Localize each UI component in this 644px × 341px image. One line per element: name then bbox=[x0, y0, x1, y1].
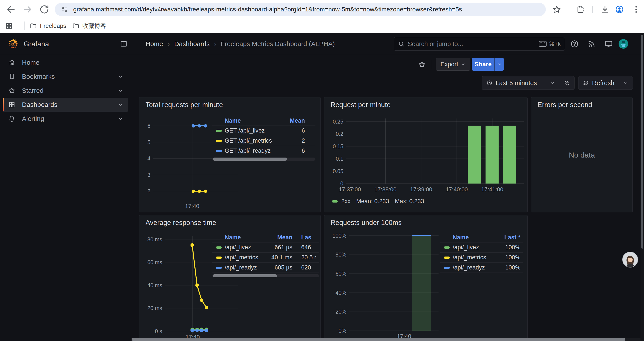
legend-column-header[interactable]: Mean bbox=[285, 117, 305, 124]
bookmark-folder-blogs[interactable]: 收藏博客 bbox=[72, 19, 106, 33]
legend-column-header[interactable]: Name bbox=[225, 234, 268, 241]
series-name[interactable]: /api/_readyz bbox=[225, 264, 268, 271]
back-icon[interactable] bbox=[6, 5, 16, 14]
horizontal-scrollbar[interactable] bbox=[131, 338, 640, 341]
legend-column-header[interactable]: Las bbox=[301, 234, 318, 241]
legend-scrollbar[interactable] bbox=[212, 158, 316, 161]
url-text[interactable]: grafana.mathmast.com/d/deytv4rwavabkb/fr… bbox=[73, 6, 462, 13]
legend-line[interactable]: 2xxMean: 0.233Max: 0.233 bbox=[332, 198, 424, 205]
sidebar-toggle-icon[interactable] bbox=[120, 40, 128, 48]
sidebar-item-starred[interactable]: Starred bbox=[3, 84, 128, 98]
legend-value: 2 bbox=[285, 137, 305, 144]
dashboards-icon bbox=[8, 101, 15, 108]
svg-text:17:39:00: 17:39:00 bbox=[410, 186, 432, 192]
legend-row[interactable]: GET /api/_readyz6 bbox=[212, 146, 316, 156]
series-name[interactable]: /api/_readyz bbox=[453, 264, 490, 271]
svg-text:5: 5 bbox=[148, 139, 150, 145]
legend-scrollbar-thumb[interactable] bbox=[213, 158, 287, 161]
share-button[interactable]: Share bbox=[472, 58, 494, 71]
profile-icon[interactable] bbox=[615, 5, 624, 14]
time-range-button[interactable]: Last 5 minutes bbox=[482, 76, 559, 90]
breadcrumb-home[interactable]: Home bbox=[146, 40, 163, 48]
brand-name[interactable]: Grafana bbox=[24, 40, 49, 48]
reload-icon[interactable] bbox=[40, 5, 49, 14]
clock-icon bbox=[486, 80, 492, 86]
export-button[interactable]: Export bbox=[436, 58, 470, 71]
apps-grid-icon[interactable] bbox=[5, 22, 13, 30]
legend-row[interactable]: /api/_metrics40.1 ms20.5 r bbox=[212, 253, 319, 263]
svg-text:6: 6 bbox=[148, 123, 150, 129]
rss-icon[interactable] bbox=[588, 40, 596, 48]
legend-column-header[interactable]: Name bbox=[225, 117, 285, 124]
breadcrumb-dashboards[interactable]: Dashboards bbox=[174, 40, 210, 48]
help-icon[interactable] bbox=[570, 40, 579, 48]
favorite-star-icon[interactable] bbox=[418, 61, 426, 68]
series-name[interactable]: GET /api/_metrics bbox=[225, 137, 285, 144]
browser-toolbar: grafana.mathmast.com/d/deytv4rwavabkb/fr… bbox=[0, 0, 644, 19]
sidebar-item-alerting[interactable]: Alerting bbox=[3, 112, 128, 126]
series-name[interactable]: /api/_metrics bbox=[453, 254, 490, 261]
bookmark-star-icon[interactable] bbox=[552, 5, 561, 14]
series-name[interactable]: /api/_livez bbox=[225, 244, 268, 251]
svg-text:0.15: 0.15 bbox=[333, 143, 343, 149]
share-dropdown-button[interactable] bbox=[495, 58, 504, 71]
refresh-interval-button[interactable] bbox=[619, 76, 632, 90]
legend-column-header[interactable]: Name bbox=[453, 234, 490, 241]
horizontal-scrollbar-thumb[interactable] bbox=[132, 338, 625, 341]
grafana-logo-icon[interactable] bbox=[8, 38, 19, 50]
legend-header-row: NameMean bbox=[212, 116, 316, 126]
chevron-down-icon[interactable] bbox=[118, 102, 124, 108]
keyboard-icon bbox=[539, 41, 547, 47]
bookmarks-divider bbox=[24, 22, 24, 30]
legend-row[interactable]: /api/_livez100% bbox=[440, 242, 523, 253]
legend-row[interactable]: GET /api/_metrics2 bbox=[212, 136, 316, 146]
panel-total-requests-per-minute: Total requests per minute 6543217:40 Nam… bbox=[139, 97, 321, 212]
floating-avatar[interactable] bbox=[622, 252, 638, 267]
vertical-scrollbar-thumb[interactable] bbox=[641, 35, 643, 249]
svg-text:17:37:00: 17:37:00 bbox=[339, 186, 361, 192]
forward-icon[interactable] bbox=[23, 5, 32, 14]
chevron-down-icon[interactable] bbox=[118, 88, 124, 94]
user-avatar[interactable] bbox=[618, 39, 628, 49]
address-bar[interactable]: grafana.mathmast.com/d/deytv4rwavabkb/fr… bbox=[55, 3, 546, 16]
legend-row[interactable]: GET /api/_livez6 bbox=[212, 126, 316, 136]
vertical-scrollbar[interactable] bbox=[640, 33, 644, 341]
legend-row[interactable]: /api/_livez661 µs646 bbox=[212, 242, 319, 253]
series-name[interactable]: 2xx bbox=[341, 198, 350, 205]
search-input[interactable] bbox=[408, 40, 539, 48]
sidebar-item-home[interactable]: Home bbox=[3, 56, 128, 70]
extensions-icon[interactable] bbox=[576, 5, 585, 14]
panel-title[interactable]: Errors per second bbox=[538, 101, 592, 109]
series-name[interactable]: /api/_livez bbox=[453, 244, 490, 251]
downloads-icon[interactable] bbox=[600, 5, 609, 14]
chevron-down-icon[interactable] bbox=[118, 74, 124, 80]
chevron-down-icon[interactable] bbox=[118, 116, 124, 122]
sidebar-item-dashboards[interactable]: Dashboards bbox=[3, 98, 128, 112]
bookmark-folder-label: Freeleaps bbox=[40, 23, 66, 30]
legend-scrollbar-thumb[interactable] bbox=[213, 274, 277, 277]
legend-table: NameMeanGET /api/_livez6GET /api/_metric… bbox=[212, 116, 316, 161]
search-box[interactable]: ⌘+k bbox=[394, 37, 565, 51]
monitor-icon[interactable] bbox=[604, 40, 613, 48]
legend-row[interactable]: /api/_metrics100% bbox=[440, 253, 523, 263]
bookmark-folder-freeleaps[interactable]: Freeleaps bbox=[30, 19, 66, 33]
menu-dots-icon[interactable] bbox=[632, 5, 640, 14]
series-color-pill bbox=[332, 200, 338, 203]
zoom-out-button[interactable] bbox=[559, 76, 574, 90]
legend-row[interactable]: /api/_readyz100% bbox=[440, 263, 523, 273]
sidebar-item-bookmarks[interactable]: Bookmarks bbox=[3, 70, 128, 84]
legend-header-row: NameLast * bbox=[440, 233, 523, 242]
series-name[interactable]: GET /api/_livez bbox=[225, 127, 285, 134]
legend-row[interactable]: /api/_readyz605 µs620 bbox=[212, 263, 319, 273]
refresh-button[interactable]: Refresh bbox=[578, 76, 619, 90]
legend-column-header[interactable]: Mean bbox=[268, 234, 292, 241]
svg-text:0: 0 bbox=[340, 180, 344, 187]
time-range-label: Last 5 minutes bbox=[496, 80, 537, 87]
legend-value: 40.1 ms bbox=[268, 254, 292, 261]
series-color-pill bbox=[216, 267, 222, 269]
legend-column-header[interactable]: Last * bbox=[490, 234, 520, 241]
series-name[interactable]: GET /api/_readyz bbox=[225, 147, 285, 154]
series-name[interactable]: /api/_metrics bbox=[225, 254, 268, 261]
tune-icon[interactable] bbox=[60, 6, 68, 14]
legend-scrollbar[interactable] bbox=[212, 274, 319, 277]
